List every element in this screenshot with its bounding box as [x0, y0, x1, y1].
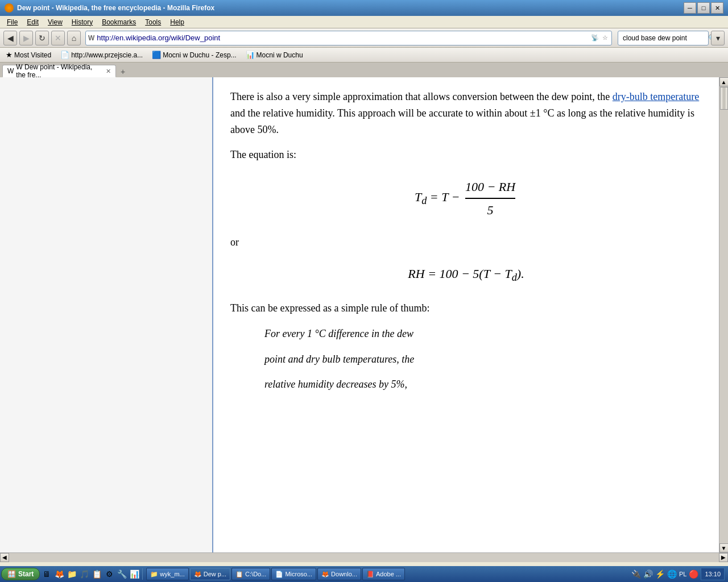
taskbar-button-4[interactable]: 🦊 Downlo... — [317, 568, 361, 580]
tray-icon-sound: 🔊 — [643, 569, 653, 579]
windows-logo: 🪟 — [7, 570, 16, 578]
dry-bulb-link[interactable]: dry-bulb temperature — [613, 91, 699, 102]
taskbar-button-3[interactable]: 📄 Microso... — [271, 568, 316, 580]
new-tab-button[interactable]: + — [117, 66, 129, 77]
taskbar-button-2[interactable]: 📋 C:\Do... — [231, 568, 270, 580]
para1-start: There is also a very simple approximatio… — [230, 91, 613, 102]
start-button[interactable]: 🪟 Start — [1, 568, 40, 580]
equation-2: RH = 100 − 5(T − Td). — [230, 264, 702, 286]
scroll-track — [719, 86, 729, 543]
tab-icon: W — [7, 67, 14, 75]
paragraph-2: This can be expressed as a simple rule o… — [230, 300, 702, 317]
equation-label: The equation is: — [230, 147, 702, 163]
tray-icon-network: 🔌 — [631, 569, 641, 579]
vertical-scrollbar[interactable]: ▲ ▼ — [719, 77, 728, 552]
quick-launch-bar: 🖥 🦊 📁 🎵 📋 ⚙ 🔧 📊 — [41, 568, 143, 580]
italic-line-2: point and dry bulb temperatures, the — [264, 351, 702, 368]
menu-bookmarks[interactable]: Bookmarks — [97, 17, 140, 27]
address-bar-icons: 📡 ☆ — [590, 34, 609, 42]
rss-icon[interactable]: 📡 — [590, 34, 600, 42]
equation-1: Td = T − 100 − RH 5 — [230, 177, 702, 220]
bookmark-most-visited[interactable]: ★ Most Visited — [3, 49, 53, 60]
navbar: ◀ ▶ ↻ ✕ ⌂ W 📡 ☆ 🔍 ▾ — [0, 28, 728, 48]
taskbar-icon-3: 📄 — [275, 571, 283, 578]
page-icon-2: 🟦 — [152, 51, 161, 59]
or-label: or — [230, 234, 702, 251]
bookmark-label-mocni-zesp: Mocni w Duchu - Zesp... — [163, 51, 236, 59]
scroll-up-button[interactable]: ▲ — [719, 77, 729, 86]
ql-extra1[interactable]: 📋 — [91, 568, 102, 580]
menu-edit[interactable]: Edit — [22, 17, 43, 27]
page-content: There is also a very simple approximatio… — [213, 77, 719, 552]
bookmark-label-przejscie: http://www.przejscie.a... — [71, 51, 143, 59]
ql-show-desktop[interactable]: 🖥 — [41, 568, 52, 580]
close-button[interactable]: ✕ — [711, 2, 723, 14]
home-button[interactable]: ⌂ — [67, 31, 81, 45]
taskbar-button-0[interactable]: 📁 wyk_m... — [146, 568, 188, 580]
system-tray: 🔌 🔊 ⚡ 🌐 PL 🔴 13:10 — [631, 568, 727, 580]
taskbar-label-2: C:\Do... — [245, 571, 266, 577]
taskbar-icon-5: 📕 — [366, 571, 374, 578]
ql-extra2[interactable]: ⚙ — [104, 568, 115, 580]
italic-line-1: For every 1 °C difference in the dew — [264, 326, 702, 342]
tray-icon-2: 🌐 — [667, 569, 677, 579]
fraction-1: 100 − RH 5 — [465, 177, 515, 220]
window-controls: ─ □ ✕ — [684, 2, 723, 14]
taskbar-icon-0: 📁 — [150, 571, 158, 578]
bookmark-przejscie[interactable]: 📄 http://www.przejscie.a... — [58, 49, 145, 60]
ql-folder[interactable]: 📁 — [66, 568, 77, 580]
active-tab[interactable]: W W Dew point - Wikipedia, the fre... ✕ — [2, 65, 116, 77]
menu-history[interactable]: History — [67, 17, 97, 27]
star-icon[interactable]: ☆ — [601, 34, 609, 42]
page-icon-3: 📊 — [246, 51, 255, 59]
ql-extra3[interactable]: 🔧 — [116, 568, 127, 580]
taskbar-icon-1: 🦊 — [194, 571, 202, 578]
taskbar-button-1[interactable]: 🦊 Dew p... — [190, 568, 230, 580]
bookmarks-toolbar: ★ Most Visited 📄 http://www.przejscie.a.… — [0, 48, 728, 63]
taskbar-label-5: Adobe ... — [376, 571, 401, 577]
stop-button[interactable]: ✕ — [51, 31, 65, 45]
back-button[interactable]: ◀ — [3, 31, 17, 45]
reload-button[interactable]: ↻ — [35, 31, 49, 45]
ql-media[interactable]: 🎵 — [78, 568, 90, 580]
star-bookmark-icon: ★ — [6, 51, 13, 59]
rule-of-thumb-block: For every 1 °C difference in the dew poi… — [264, 326, 702, 393]
address-input[interactable] — [97, 34, 590, 42]
taskbar-button-5[interactable]: 📕 Adobe ... — [362, 568, 405, 580]
menu-view[interactable]: View — [43, 17, 67, 27]
denominator: 5 — [487, 199, 493, 220]
nav-more-button[interactable]: ▾ — [711, 31, 725, 45]
taskbar-label-0: wyk_m... — [160, 571, 184, 577]
numerator: 100 − RH — [465, 177, 515, 199]
paragraph-1: There is also a very simple approximatio… — [230, 89, 702, 138]
window-title: Dew point - Wikipedia, the free encyclop… — [17, 4, 684, 12]
menu-help[interactable]: Help — [166, 17, 189, 27]
scroll-down-button[interactable]: ▼ — [719, 543, 729, 552]
search-bar[interactable]: 🔍 — [618, 31, 709, 45]
taskbar: 🪟 Start 🖥 🦊 📁 🎵 📋 ⚙ 🔧 📊 📁 wyk_m... 🦊 Dew… — [0, 566, 728, 582]
minimize-button[interactable]: ─ — [684, 2, 696, 14]
tray-icon-3: 🔴 — [689, 569, 698, 579]
ql-firefox[interactable]: 🦊 — [53, 568, 65, 580]
scroll-left-button[interactable]: ◀ — [0, 553, 9, 562]
menu-file[interactable]: File — [2, 17, 22, 27]
search-input[interactable] — [623, 34, 708, 42]
bookmark-mocni-zesp[interactable]: 🟦 Mocni w Duchu - Zesp... — [150, 49, 238, 60]
system-clock: 13:10 — [701, 568, 725, 580]
maximize-button[interactable]: □ — [697, 2, 710, 14]
page-icon-1: 📄 — [60, 51, 69, 59]
address-bar[interactable]: W 📡 ☆ — [85, 31, 612, 45]
bookmark-mocni[interactable]: 📊 Mocni w Duchu — [243, 49, 305, 60]
tab-title: W Dew point - Wikipedia, the fre... — [16, 63, 101, 79]
scroll-thumb[interactable] — [720, 87, 728, 110]
bookmark-label-mocni: Mocni w Duchu — [257, 51, 303, 59]
forward-button[interactable]: ▶ — [19, 31, 33, 45]
menu-tools[interactable]: Tools — [140, 17, 166, 27]
address-icon: W — [88, 34, 94, 42]
bookmark-label-most-visited: Most Visited — [14, 51, 51, 59]
tab-close-button[interactable]: ✕ — [106, 68, 111, 75]
ql-extra4[interactable]: 📊 — [129, 568, 140, 580]
horizontal-scrollbar: ◀ ▶ — [0, 552, 728, 562]
eq1-text: Td = T − 100 − RH 5 — [415, 177, 518, 220]
scroll-right-button[interactable]: ▶ — [719, 553, 728, 562]
